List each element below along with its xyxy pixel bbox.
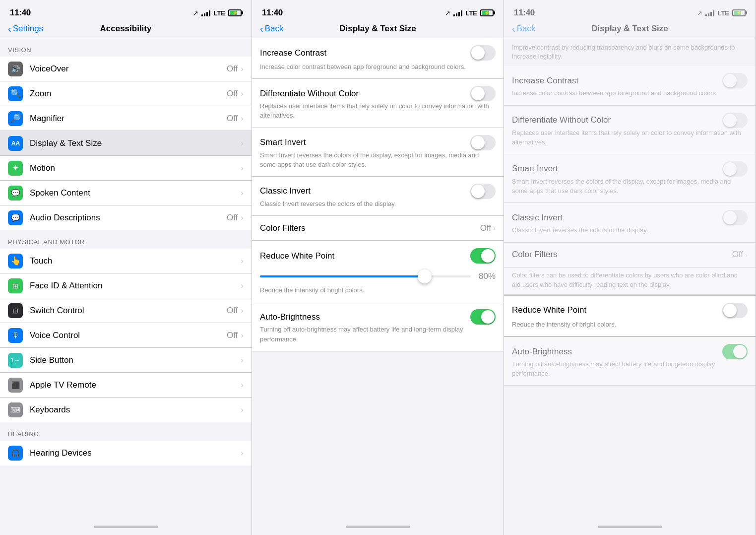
switch-control-icon: ⊟ bbox=[8, 303, 23, 318]
sidebar-item-side-button[interactable]: 1← Side Button › bbox=[0, 348, 252, 373]
audio-desc-chevron: › bbox=[241, 213, 244, 223]
sidebar-item-switch-control[interactable]: ⊟ Switch Control Off › bbox=[0, 298, 252, 323]
color-filters-row-mid[interactable]: Color Filters Off › bbox=[252, 216, 504, 241]
diff-no-color-row-mid[interactable]: Differentiate Without Color Replaces use… bbox=[252, 79, 504, 128]
reduce-white-point-toggle-right[interactable] bbox=[722, 303, 748, 318]
back-button-left[interactable]: ‹ Settings bbox=[8, 23, 43, 35]
back-chevron-right: ‹ bbox=[512, 23, 515, 35]
section-physical: PHYSICAL AND MOTOR bbox=[0, 230, 252, 249]
status-time-left: 11:40 bbox=[10, 8, 31, 18]
zoom-label: Zoom bbox=[30, 89, 227, 99]
slider-track-mid[interactable] bbox=[260, 275, 471, 277]
sidebar-item-voiceover[interactable]: 🔊 VoiceOver Off › bbox=[0, 57, 252, 81]
signal-bars-left bbox=[201, 9, 210, 16]
color-filters-value-right: Off bbox=[732, 250, 743, 260]
sidebar-item-voice-control[interactable]: 🎙 Voice Control Off › bbox=[0, 323, 252, 348]
home-bar-left bbox=[94, 526, 158, 528]
nav-bar-middle: ‹ Back Display & Text Size bbox=[252, 22, 504, 38]
nav-bar-left: ‹ Settings Accessibility bbox=[0, 22, 252, 38]
reduce-white-point-row-mid[interactable]: Reduce White Point 80% Reduce the intens… bbox=[252, 241, 504, 302]
nav-title-right: Display & Text Size bbox=[591, 24, 668, 34]
status-icons-right: ↗ LTE ⚡ bbox=[697, 9, 746, 17]
back-label-right: Back bbox=[517, 24, 536, 34]
smart-invert-row-mid[interactable]: Smart Invert Smart Invert reverses the c… bbox=[252, 128, 504, 177]
increase-contrast-toggle-mid[interactable] bbox=[470, 45, 496, 61]
diff-no-color-row-right[interactable]: Differentiate Without Color Replaces use… bbox=[504, 106, 756, 154]
reduce-white-point-toggle-mid[interactable] bbox=[470, 248, 496, 264]
back-button-right[interactable]: ‹ Back bbox=[512, 23, 535, 35]
increase-contrast-toggle-right[interactable] bbox=[722, 73, 748, 88]
smart-invert-label-right: Smart Invert bbox=[512, 164, 558, 174]
home-indicator-middle bbox=[252, 518, 504, 535]
home-indicator-left bbox=[0, 518, 252, 535]
back-label-left: Settings bbox=[13, 24, 43, 34]
slider-thumb-mid[interactable] bbox=[418, 269, 432, 283]
hearing-list: 🎧 Hearing Devices › bbox=[0, 441, 252, 466]
touch-icon: 👆 bbox=[8, 254, 23, 268]
status-icons-middle: ↗ LTE ⚡ bbox=[445, 9, 494, 17]
home-indicator-right bbox=[504, 518, 756, 535]
auto-brightness-label-mid: Auto-Brightness bbox=[260, 312, 320, 322]
smart-invert-toggle-right[interactable] bbox=[722, 161, 748, 177]
sidebar-item-zoom[interactable]: 🔍 Zoom Off › bbox=[0, 81, 252, 106]
classic-invert-row-mid[interactable]: Classic Invert Classic Invert reverses t… bbox=[252, 177, 504, 216]
audio-desc-value: Off bbox=[227, 213, 238, 223]
battery-icon-right: ⚡ bbox=[732, 9, 746, 16]
increase-contrast-row-mid[interactable]: Increase Contrast Increase color contras… bbox=[252, 38, 504, 79]
spoken-content-label: Spoken Content bbox=[30, 188, 241, 198]
status-time-right: 11:40 bbox=[514, 8, 535, 18]
panel-left: 11:40 ↗ LTE ⚡ ‹ Settings Accessibility bbox=[0, 0, 252, 535]
slider-container-mid: 80% bbox=[260, 268, 496, 285]
voice-control-icon: 🎙 bbox=[8, 328, 23, 343]
location-arrow-icon-mid: ↗ bbox=[445, 9, 450, 17]
smart-invert-label-mid: Smart Invert bbox=[260, 137, 306, 147]
touch-label: Touch bbox=[30, 256, 241, 266]
color-filters-row-right[interactable]: Color Filters Off › bbox=[504, 243, 756, 268]
auto-brightness-toggle-right[interactable] bbox=[722, 344, 748, 359]
sidebar-item-audio-descriptions[interactable]: 💬 Audio Descriptions Off › bbox=[0, 205, 252, 230]
classic-invert-toggle-right[interactable] bbox=[722, 210, 748, 225]
magnifier-chevron: › bbox=[241, 114, 244, 124]
smart-invert-toggle-mid[interactable] bbox=[470, 135, 496, 150]
sidebar-item-hearing-devices[interactable]: 🎧 Hearing Devices › bbox=[0, 441, 252, 466]
smart-invert-row-right[interactable]: Smart Invert Smart Invert reverses the c… bbox=[504, 154, 756, 203]
sidebar-item-display-text-size[interactable]: AA Display & Text Size › bbox=[0, 131, 252, 156]
switch-control-value: Off bbox=[227, 306, 238, 316]
battery-bolt-right: ⚡ bbox=[736, 10, 742, 15]
appletv-label: Apple TV Remote bbox=[30, 380, 241, 390]
sidebar-item-motion[interactable]: ✦ Motion › bbox=[0, 156, 252, 181]
auto-brightness-desc-right: Turning off auto-brightness may affect b… bbox=[512, 360, 715, 377]
increase-contrast-row-right[interactable]: Increase Contrast Increase color contras… bbox=[504, 66, 756, 105]
signal-bar-1 bbox=[201, 14, 203, 16]
lte-label-left: LTE bbox=[213, 9, 225, 17]
audio-desc-icon: 💬 bbox=[8, 210, 23, 225]
audio-desc-label: Audio Descriptions bbox=[30, 213, 227, 223]
side-button-icon: 1← bbox=[8, 353, 23, 368]
auto-brightness-label-right: Auto-Brightness bbox=[512, 347, 572, 357]
back-chevron-left: ‹ bbox=[8, 23, 11, 35]
reduce-white-point-row-right[interactable]: Reduce White Point Reduce the intensity … bbox=[504, 295, 756, 337]
sidebar-item-touch[interactable]: 👆 Touch › bbox=[0, 249, 252, 273]
diff-no-color-toggle-mid[interactable] bbox=[470, 86, 496, 101]
classic-invert-toggle-mid[interactable] bbox=[470, 184, 496, 199]
increase-contrast-desc-right: Increase color contrast between app fore… bbox=[512, 89, 718, 97]
signal-bar-2 bbox=[204, 13, 205, 16]
auto-brightness-row-right[interactable]: Auto-Brightness Turning off auto-brightn… bbox=[504, 337, 756, 386]
classic-invert-row-right[interactable]: Classic Invert Classic Invert reverses t… bbox=[504, 203, 756, 242]
sidebar-item-appletv-remote[interactable]: ⬛ Apple TV Remote › bbox=[0, 373, 252, 398]
auto-brightness-row-mid[interactable]: Auto-Brightness Turning off auto-brightn… bbox=[252, 302, 504, 351]
back-button-middle[interactable]: ‹ Back bbox=[260, 23, 283, 35]
sidebar-item-faceid[interactable]: ⊞ Face ID & Attention › bbox=[0, 273, 252, 298]
diff-no-color-desc-right: Replaces user interface items that rely … bbox=[512, 129, 741, 146]
diff-no-color-label-right: Differentiate Without Color bbox=[512, 115, 611, 125]
sidebar-item-spoken-content[interactable]: 💬 Spoken Content › bbox=[0, 181, 252, 205]
diff-no-color-toggle-right[interactable] bbox=[722, 113, 748, 128]
auto-brightness-toggle-mid[interactable] bbox=[470, 309, 496, 325]
sidebar-item-magnifier[interactable]: 🔎 Magnifier Off › bbox=[0, 106, 252, 131]
slider-fill-mid bbox=[260, 275, 429, 277]
nav-separator-middle bbox=[252, 38, 504, 38]
sidebar-item-keyboards[interactable]: ⌨ Keyboards › bbox=[0, 398, 252, 422]
lte-label-right: LTE bbox=[717, 9, 729, 17]
smart-invert-desc-right: Smart Invert reverses the colors of the … bbox=[512, 178, 731, 195]
content-right: Improve contrast by reducing transparenc… bbox=[504, 38, 756, 518]
